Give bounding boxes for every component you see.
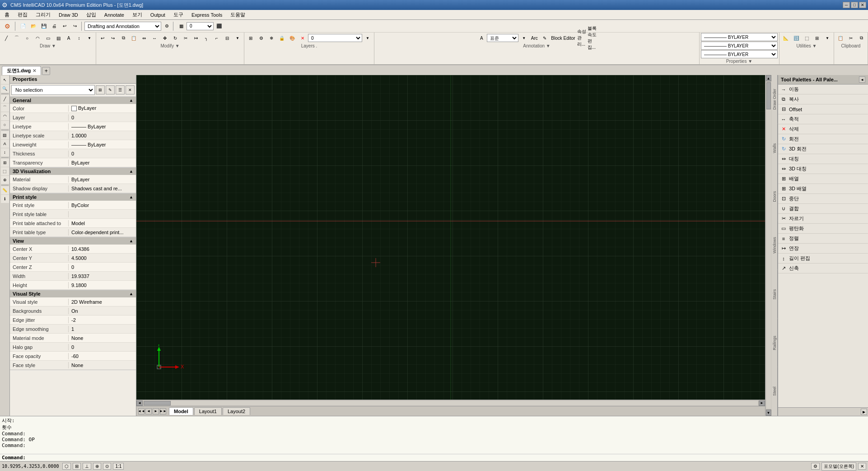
fillet-btn[interactable]: ╮	[201, 33, 211, 43]
menu-home[interactable]: 홈	[1, 10, 13, 19]
circle-tool[interactable]: ○	[1, 121, 9, 129]
scroll-down-btn[interactable]: ▼	[766, 410, 771, 416]
view-header[interactable]: View ▲	[10, 237, 136, 245]
layout2-tab[interactable]: Layout2	[223, 407, 250, 415]
prop-transp-val[interactable]: ByLayer	[69, 160, 136, 166]
layout-next2-btn[interactable]: ►►	[160, 408, 166, 414]
scroll-right-btn[interactable]: ►	[759, 400, 765, 406]
color-dropdown[interactable]: ————— BYLAYER	[701, 33, 778, 41]
new-tab-btn[interactable]: +	[42, 67, 50, 75]
menu-view[interactable]: 보기	[129, 10, 146, 19]
layer-dropdown[interactable]: 0	[308, 34, 362, 42]
scroll-left-btn[interactable]: ◄	[136, 400, 143, 406]
app-menu-btn[interactable]: ⚙	[1, 21, 14, 31]
doc-tab-active[interactable]: 도면1.dwg ✕	[2, 66, 41, 75]
linetype-dropdown[interactable]: ————— BYLAYER	[701, 42, 778, 50]
prop-ltscale-val[interactable]: 1.0000	[69, 132, 136, 139]
palette-scale[interactable]: ↔ 축적	[778, 114, 868, 124]
layer-color-btn[interactable]: 🎨	[287, 33, 297, 43]
prop-ps-val[interactable]: ByColor	[69, 202, 136, 208]
workspace-label[interactable]: 포모델(오른쪽)	[821, 462, 856, 471]
layout-prev-btn[interactable]: ◄◄	[138, 408, 145, 414]
layer-tool[interactable]: ⊞	[1, 159, 9, 167]
palette-break[interactable]: ⊡ 중단	[778, 194, 868, 204]
paste2-btn[interactable]: 📋	[835, 33, 845, 43]
tab-close-btn[interactable]: ✕	[33, 68, 36, 73]
prop-pta-val[interactable]: Model	[69, 220, 136, 226]
utility-more-btn[interactable]: ▼	[822, 33, 832, 43]
zoom-tool[interactable]: 🔍	[1, 85, 9, 93]
extend-btn[interactable]: ↦	[191, 33, 201, 43]
close-button[interactable]: ✕	[859, 2, 866, 8]
prop-fs-val[interactable]: None	[69, 362, 136, 368]
palette-align[interactable]: ≡ 정렬	[778, 234, 868, 244]
scale-btn[interactable]: ↔	[149, 33, 159, 43]
palette-trim[interactable]: ✂ 자르기	[778, 214, 868, 224]
input-btn[interactable]: ⬛	[214, 21, 224, 31]
arc-tool[interactable]: ◠	[1, 112, 9, 120]
block-attr-btn[interactable]: 속성 관리...	[577, 33, 587, 43]
props-btn3[interactable]: ☰	[116, 85, 125, 94]
text-style-btn[interactable]: A	[476, 33, 486, 43]
insert-tool[interactable]: ⊕	[1, 176, 9, 184]
prop-pst-val[interactable]	[69, 214, 136, 215]
text-btn[interactable]: A	[64, 33, 74, 43]
menu-express[interactable]: Express Tools	[188, 11, 226, 19]
model-tab[interactable]: Model	[169, 407, 193, 415]
prop-fo-val[interactable]: -60	[69, 353, 136, 359]
menu-insert[interactable]: 삽입	[83, 10, 100, 19]
select-btn[interactable]: ⬚	[802, 33, 812, 43]
text-more-btn[interactable]: ▼	[519, 33, 529, 43]
horizontal-scrollbar[interactable]: ◄ ►	[136, 400, 765, 406]
offset-btn[interactable]: ⊟	[222, 33, 232, 43]
properties-tool[interactable]: ℹ	[1, 195, 9, 203]
prop-h-val[interactable]: 9.1800	[69, 282, 136, 288]
prop-cx-val[interactable]: 10.4386	[69, 246, 136, 252]
print-header[interactable]: Print style ▲	[10, 193, 136, 201]
grid-btn[interactable]: ⊞	[73, 463, 81, 470]
palette-collapse-btn[interactable]: ◄	[859, 76, 865, 83]
status-settings-btn[interactable]: ⚙	[811, 463, 820, 470]
group-btn[interactable]: ⊞	[812, 33, 822, 43]
prop-ptt-val[interactable]: Color-dependent print...	[69, 229, 136, 236]
snap-btn[interactable]: ⬡	[62, 463, 71, 470]
viz3d-header[interactable]: 3D Visualization ▲	[10, 168, 136, 175]
prop-ej-val[interactable]: -2	[69, 317, 136, 323]
line-btn[interactable]: ╱	[1, 33, 11, 43]
text-tool[interactable]: A	[1, 140, 9, 148]
palette-array3d[interactable]: ⊞ 3D 배열	[778, 184, 868, 194]
props-btn2[interactable]: ✎	[106, 85, 115, 94]
copy-btn[interactable]: ⧉	[118, 33, 128, 43]
field-dropdown[interactable]: 0	[187, 22, 214, 30]
prop-mm-val[interactable]: None	[69, 335, 136, 341]
measure-tool[interactable]: 📏	[1, 186, 9, 194]
layout1-tab[interactable]: Layout1	[194, 407, 222, 415]
palette-rotate3d[interactable]: ↻ 3D 회전	[778, 144, 868, 154]
block-speed-btn[interactable]: 블록 속도 편집...	[587, 33, 597, 43]
new-btn[interactable]: 📄	[18, 21, 28, 31]
palette-delete[interactable]: ✕ 삭제	[778, 124, 868, 134]
workspace-dropdown[interactable]: Drafting and Annotation	[84, 22, 161, 31]
rect-btn[interactable]: ▭	[43, 33, 53, 43]
chamfer-btn[interactable]: ⌐	[212, 33, 222, 43]
scroll-thumb-h[interactable]	[144, 401, 171, 405]
palette-move[interactable]: → 이동	[778, 85, 868, 94]
command-input[interactable]	[28, 455, 866, 461]
polar-btn[interactable]: ⊕	[93, 463, 101, 470]
ortho-btn[interactable]: ⊥	[83, 463, 91, 470]
palette-copy[interactable]: ⧉ 복사	[778, 94, 868, 104]
layer-delete-btn[interactable]: ✕	[298, 33, 308, 43]
layers-dialog-btn[interactable]: ⊞	[246, 33, 256, 43]
rotate-btn[interactable]: ↻	[170, 33, 180, 43]
save-btn[interactable]: 💾	[39, 21, 49, 31]
minimize-button[interactable]: ─	[843, 2, 850, 8]
hatch-tool[interactable]: ▤	[1, 131, 9, 139]
line-tool[interactable]: ╱	[1, 95, 9, 103]
draw-more-btn[interactable]: ▼	[84, 33, 94, 43]
prop-cz-val[interactable]: 0	[69, 264, 136, 270]
layout-prev2-btn[interactable]: ◄	[145, 408, 152, 414]
palette-join[interactable]: ∪ 결합	[778, 204, 868, 214]
prop-bg-val[interactable]: On	[69, 308, 136, 314]
prop-color-val[interactable]: ByLayer	[69, 105, 136, 112]
layout-next-btn[interactable]: ►	[153, 408, 159, 414]
